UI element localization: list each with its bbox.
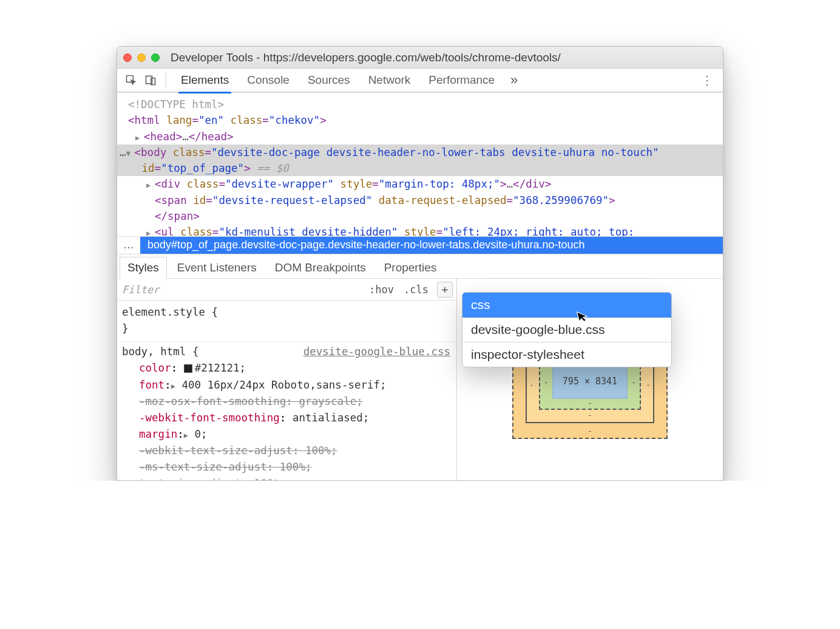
- stylesheet-source-link[interactable]: devsite-google-blue.css: [303, 344, 450, 360]
- dropdown-option-inspector[interactable]: inspector-stylesheet: [462, 342, 671, 367]
- bm-padding-right: -: [631, 378, 636, 387]
- subtab-properties[interactable]: Properties: [376, 257, 445, 278]
- dropdown-filter-input[interactable]: css: [462, 293, 671, 318]
- bm-border-right: -: [646, 380, 651, 389]
- new-style-rule-button[interactable]: +: [437, 282, 453, 298]
- tab-network[interactable]: Network: [361, 68, 418, 92]
- expand-shorthand-icon[interactable]: ▶: [184, 431, 188, 440]
- collapse-body-icon[interactable]: [126, 144, 135, 160]
- element-style-block[interactable]: element.style { }: [120, 303, 456, 342]
- zoom-window-button[interactable]: [151, 53, 160, 62]
- titlebar: Developer Tools - https://developers.goo…: [117, 47, 723, 69]
- bm-border-bottom: -: [588, 410, 592, 420]
- dom-tree[interactable]: <!DOCTYPE html> <html lang="en" class="c…: [117, 93, 723, 236]
- bm-padding-bottom: -: [588, 398, 592, 407]
- new-rule-stylesheet-dropdown: css devsite-google-blue.css inspector-st…: [462, 292, 672, 367]
- styles-rules-column: Filter :hov .cls + element.style { } dev…: [117, 279, 457, 480]
- breadcrumb-selected[interactable]: body#top_of_page.devsite-doc-page.devsit…: [140, 237, 723, 254]
- tabs-overflow-button[interactable]: »: [506, 72, 523, 88]
- expand-head-icon[interactable]: [135, 129, 144, 144]
- styles-filter-row: Filter :hov .cls +: [117, 279, 456, 301]
- devtools-menu-icon[interactable]: ⋮: [695, 73, 719, 87]
- traffic-lights: [123, 53, 160, 62]
- dom-breadcrumb: … body#top_of_page.devsite-doc-page.devs…: [117, 236, 723, 254]
- hov-toggle[interactable]: :hov: [364, 284, 399, 296]
- bm-margin-bottom: -: [588, 426, 592, 435]
- bm-padding-left: -: [544, 378, 549, 387]
- html-open-bracket: <html: [128, 114, 166, 126]
- bm-content-size: 795 × 8341: [552, 364, 628, 399]
- styles-filter-input[interactable]: Filter: [117, 284, 164, 296]
- expand-div-icon[interactable]: [146, 176, 155, 192]
- breadcrumb-ellipsis[interactable]: …: [117, 237, 140, 254]
- selected-body-node[interactable]: …<body class="devsite-doc-page devsite-h…: [117, 144, 723, 160]
- tab-performance[interactable]: Performance: [421, 68, 502, 92]
- device-toggle-icon[interactable]: [143, 72, 158, 88]
- expand-ul-icon[interactable]: [146, 224, 155, 236]
- devtools-window: Developer Tools - https://developers.goo…: [117, 46, 723, 481]
- inspect-element-icon[interactable]: [123, 72, 139, 88]
- subtab-event-listeners[interactable]: Event Listeners: [169, 257, 265, 278]
- close-window-button[interactable]: [123, 53, 132, 62]
- minimize-window-button[interactable]: [137, 53, 146, 62]
- bm-border-left: -: [529, 380, 534, 389]
- body-html-rule-block[interactable]: devsite-google-blue.css body, html { col…: [120, 342, 456, 480]
- css-rules-list: element.style { } devsite-google-blue.cs…: [117, 301, 456, 480]
- subtab-styles[interactable]: Styles: [120, 257, 167, 279]
- styles-subtabs: Styles Event Listeners DOM Breakpoints P…: [117, 254, 723, 279]
- expand-shorthand-icon[interactable]: ▶: [171, 382, 175, 390]
- window-title: Developer Tools - https://developers.goo…: [171, 51, 717, 64]
- cls-toggle[interactable]: .cls: [399, 284, 433, 296]
- tab-elements[interactable]: Elements: [174, 68, 236, 92]
- doctype-node: <!DOCTYPE html>: [128, 98, 224, 110]
- tab-sources[interactable]: Sources: [300, 68, 357, 92]
- dropdown-option-devsite[interactable]: devsite-google-blue.css: [462, 318, 671, 342]
- subtab-dom-breakpoints[interactable]: DOM Breakpoints: [267, 257, 374, 278]
- tab-console[interactable]: Console: [240, 68, 297, 92]
- devtools-tabbar: Elements Console Sources Network Perform…: [117, 69, 723, 93]
- tabbar-separator: [166, 72, 166, 88]
- color-swatch-icon[interactable]: [184, 364, 192, 373]
